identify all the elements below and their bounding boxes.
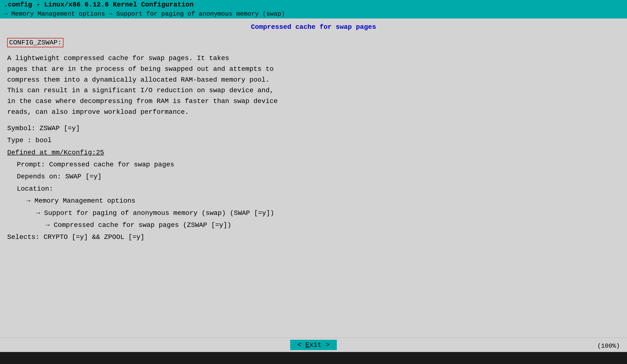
desc-line2: pages that are in the process of being s… [7,64,620,75]
location-2: → Support for paging of anonymous memory… [36,207,620,219]
breadcrumb-text: → Memory Management options → Support fo… [4,10,285,17]
bottom-bar: < Exit > (100%) [0,338,627,352]
desc-line4: This can result in a significant I/O red… [7,85,620,96]
type-line: Type : bool [7,135,620,146]
info-section: Symbol: ZSWAP [=y] Type : bool Defined a… [7,123,620,243]
location-3: → Compressed cache for swap pages (ZSWAP… [46,219,620,231]
desc-line5: in the case where decompressing from RAM… [7,96,620,107]
exit-label: E [305,341,310,349]
location-label: Location: [17,183,620,195]
depends-line: Depends on: SWAP [=y] [17,171,620,183]
defined-text: Defined at mm/Kconfig:25 [7,149,104,156]
description: A lightweight compressed cache for swap … [7,53,620,118]
page-title: Compressed cache for swap pages [7,23,620,31]
scroll-indicator: (100%) [597,342,620,350]
defined-line: Defined at mm/Kconfig:25 [7,147,620,159]
breadcrumb-bar: → Memory Management options → Support fo… [0,9,627,18]
desc-line6: reads, can also improve workload perform… [7,107,620,118]
main-content: Compressed cache for swap pages CONFIG_Z… [0,18,627,338]
location-1: → Memory Management options [26,195,620,207]
prompt-line: Prompt: Compressed cache for swap pages [17,159,620,171]
exit-button[interactable]: < Exit > [290,340,337,350]
symbol-line: Symbol: ZSWAP [=y] [7,123,620,135]
selects-line: Selects: CRYPTO [=y] && ZPOOL [=y] [7,231,620,243]
desc-line3: compress them into a dynamically allocat… [7,75,620,86]
terminal-window: .config - Linux/x86 6.12.6 Kernel Config… [0,0,627,364]
footer-area [0,352,627,364]
config-label: CONFIG_ZSWAP: [7,38,63,47]
title-text: .config - Linux/x86 6.12.6 Kernel Config… [4,1,194,8]
desc-line1: A lightweight compressed cache for swap … [7,53,620,64]
title-bar: .config - Linux/x86 6.12.6 Kernel Config… [0,0,627,9]
